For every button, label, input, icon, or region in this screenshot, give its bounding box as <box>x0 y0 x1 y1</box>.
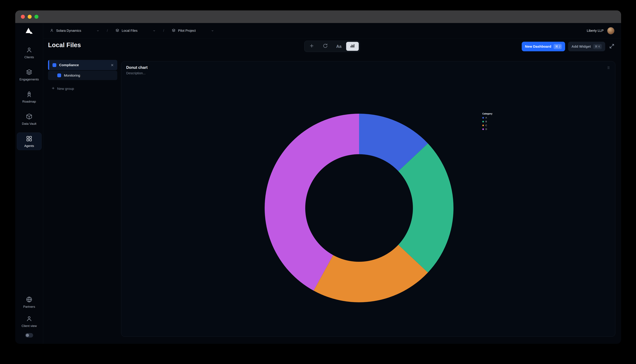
sidebar-item-data-vault[interactable]: Data Vault <box>17 110 42 128</box>
person-icon <box>26 47 33 54</box>
user-avatar[interactable] <box>607 27 614 34</box>
sidebar-item-label: Clients <box>24 56 34 59</box>
page-title: Local Files <box>48 42 81 49</box>
toolbar-chart-button[interactable] <box>346 42 359 51</box>
legend-item-a: A <box>482 116 492 119</box>
chevron-down-icon <box>97 30 99 32</box>
desktop: { "breadcrumb": { "separator": "/", "ite… <box>0 0 636 364</box>
legend-dot <box>482 124 484 126</box>
cube-icon <box>26 113 33 120</box>
sidebar-item-label: Client view <box>22 324 37 328</box>
legend-dot <box>482 128 484 130</box>
sidebar-item-label: Roadmap <box>22 100 36 104</box>
legend-dot <box>482 121 484 122</box>
layers-icon <box>172 28 176 33</box>
person-icon <box>26 315 33 323</box>
donut-chart <box>265 114 453 302</box>
refresh-icon <box>323 43 328 49</box>
legend-label: C <box>485 124 487 126</box>
shortcut-badge: ⌘ J <box>553 44 562 49</box>
plus-icon <box>51 86 55 91</box>
breadcrumb-label: Pilot Project <box>178 29 196 32</box>
header-actions: New Dashboard ⌘ J Add Widget ⌘ K <box>522 42 615 51</box>
breadcrumb-section[interactable]: Local Files <box>115 28 156 33</box>
toolbar-refresh-button[interactable] <box>319 42 332 51</box>
app-window: Clients Engagements Roadmap Data Vault A… <box>15 10 621 344</box>
app-body: Clients Engagements Roadmap Data Vault A… <box>15 23 621 344</box>
breadcrumb-separator: / <box>107 29 108 32</box>
layers-icon <box>26 69 33 76</box>
add-widget-label: Add Widget <box>571 44 591 48</box>
breadcrumb-label: Local Files <box>122 29 138 32</box>
legend-item-c: C <box>482 124 492 126</box>
org-label: Liberty LLP <box>587 29 603 32</box>
plus-icon <box>309 43 314 49</box>
toolbar-add-button[interactable] <box>305 42 318 51</box>
chart-legend: Category ABCD <box>482 112 492 132</box>
sidebar-item-label: Partners <box>23 305 35 308</box>
legend-items: ABCD <box>482 116 492 130</box>
legend-title: Category <box>482 112 492 115</box>
legend-label: D <box>485 128 487 130</box>
client-view-toggle[interactable] <box>25 333 33 338</box>
group-color-icon <box>57 74 61 77</box>
new-dashboard-label: New Dashboard <box>525 44 551 48</box>
titlebar <box>15 10 621 23</box>
sidebar-item-label: Agents <box>24 144 34 148</box>
legend-item-b: B <box>482 120 492 123</box>
chevron-down-icon <box>211 30 214 32</box>
minimize-button[interactable] <box>28 15 32 19</box>
toggle-knob <box>26 334 29 337</box>
group-item-monitoring[interactable]: Monitoring <box>48 71 117 80</box>
grid-icon <box>26 135 33 142</box>
breadcrumb-label: Solara Dynamics <box>56 29 81 32</box>
new-dashboard-button[interactable]: New Dashboard ⌘ J <box>522 42 565 51</box>
breadcrumb-workspace[interactable]: Solara Dynamics <box>50 28 99 33</box>
breadcrumb-separator: / <box>163 29 164 32</box>
widget-drag-handle-icon[interactable] <box>606 66 610 70</box>
sidebar-item-roadmap[interactable]: Roadmap <box>17 88 42 106</box>
sidebar-item-engagements[interactable]: Engagements <box>17 66 42 84</box>
legend-label: B <box>485 120 487 123</box>
shortcut-badge: ⌘ K <box>593 44 602 49</box>
person-icon <box>50 28 54 33</box>
new-group-button[interactable]: New group <box>48 86 117 91</box>
sidebar-item-label: Engagements <box>19 78 39 81</box>
main-content: Solara Dynamics / Local Files / Pilot Pr… <box>43 23 621 344</box>
text-style-label: Aa <box>336 44 342 49</box>
rocket-icon <box>26 91 33 98</box>
sidebar-item-clients[interactable]: Clients <box>17 44 42 62</box>
new-group-label: New group <box>57 87 74 91</box>
legend-label: A <box>485 116 487 119</box>
sidebar-item-partners[interactable]: Partners <box>17 293 42 311</box>
fullscreen-button[interactable] <box>608 43 615 50</box>
group-label: Compliance <box>59 63 79 67</box>
sidebar-item-label: Data Vault <box>22 122 36 126</box>
layers-icon <box>115 28 119 33</box>
globe-icon <box>26 296 33 304</box>
close-button[interactable] <box>21 15 25 19</box>
donut-widget-card: Donut chart Description... Category ABCD <box>121 61 615 337</box>
breadcrumb-project[interactable]: Pilot Project <box>172 28 214 33</box>
legend-dot <box>482 117 484 119</box>
group-item-compliance[interactable]: Compliance <box>48 60 117 70</box>
zoom-button[interactable] <box>35 15 39 19</box>
group-list: Compliance Monitoring New group <box>48 60 117 91</box>
sidebar-item-client-view[interactable]: Client view <box>17 312 42 330</box>
bar-chart-icon <box>350 43 355 49</box>
legend-item-d: D <box>482 128 492 130</box>
group-label: Monitoring <box>64 74 80 78</box>
breadcrumb: Solara Dynamics / Local Files / Pilot Pr… <box>43 23 621 38</box>
close-icon[interactable] <box>111 63 114 67</box>
chevron-down-icon <box>153 30 156 32</box>
add-widget-button[interactable]: Add Widget ⌘ K <box>568 42 605 51</box>
widget-title: Donut chart <box>126 65 148 70</box>
app-logo-icon[interactable] <box>25 27 33 34</box>
sidebar-bottom: Partners Client view <box>17 293 42 338</box>
expand-icon <box>609 43 615 50</box>
sidebar-nav: Clients Engagements Roadmap Data Vault A… <box>17 44 42 150</box>
group-color-icon <box>53 63 56 67</box>
toolbar-text-button[interactable]: Aa <box>333 42 345 51</box>
account-area: Liberty LLP <box>587 27 614 34</box>
sidebar-item-agents[interactable]: Agents <box>17 132 42 150</box>
